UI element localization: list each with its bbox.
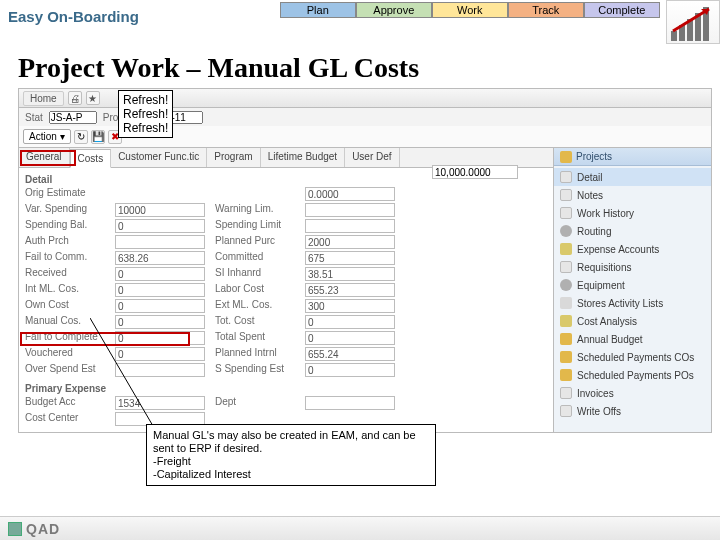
refresh-line: Refresh! bbox=[123, 121, 168, 135]
routing-icon bbox=[560, 225, 572, 237]
equipment-icon bbox=[560, 279, 572, 291]
budget-acc-field[interactable]: 1534 bbox=[115, 396, 205, 410]
side-item-writeoffs[interactable]: Write Offs bbox=[554, 402, 711, 420]
planned-purc-field[interactable]: 2000 bbox=[305, 235, 395, 249]
received-label: Received bbox=[25, 267, 105, 281]
vouchered-field[interactable]: 0 bbox=[115, 347, 205, 361]
side-item-cost-analysis[interactable]: Cost Analysis bbox=[554, 312, 711, 330]
side-item-detail[interactable]: Detail bbox=[554, 168, 711, 186]
tab-costs[interactable]: Costs bbox=[70, 149, 112, 168]
warning-lim-label: Warning Lim. bbox=[215, 203, 295, 217]
si-inhand-label: SI Inhanrd bbox=[215, 267, 295, 281]
warning-lim-field[interactable] bbox=[305, 203, 395, 217]
invoices-icon bbox=[560, 387, 572, 399]
total-spent-field[interactable]: 0 bbox=[305, 331, 395, 345]
fail-complete-field[interactable]: 0 bbox=[115, 331, 205, 345]
committed-field[interactable]: 675 bbox=[305, 251, 395, 265]
spending-bal-field[interactable]: 0 bbox=[115, 219, 205, 233]
writeoffs-icon bbox=[560, 405, 572, 417]
tab-userdef[interactable]: User Def bbox=[345, 148, 399, 167]
side-item-routing[interactable]: Routing bbox=[554, 222, 711, 240]
labor-cost-label: Labor Cost bbox=[215, 283, 295, 297]
primary-expense-heading: Primary Expense bbox=[25, 383, 105, 394]
si-inhand-field[interactable]: 38.51 bbox=[305, 267, 395, 281]
side-item-label: Stores Activity Lists bbox=[577, 298, 663, 309]
tab-lifetime[interactable]: Lifetime Budget bbox=[261, 148, 346, 167]
orig-estimate-right[interactable]: 0.0000 bbox=[305, 187, 395, 201]
dept-field[interactable] bbox=[305, 396, 395, 410]
side-item-sched-po[interactable]: Scheduled Payments POs bbox=[554, 366, 711, 384]
phase-bar: Plan Approve Work Track Complete bbox=[280, 2, 660, 18]
ext-ml-cost-field[interactable]: 300 bbox=[305, 299, 395, 313]
side-item-label: Equipment bbox=[577, 280, 625, 291]
home-button[interactable]: Home bbox=[23, 91, 64, 106]
side-item-invoices[interactable]: Invoices bbox=[554, 384, 711, 402]
manual-cost-label: Manual Cos. bbox=[25, 315, 105, 329]
side-item-label: Requisitions bbox=[577, 262, 631, 273]
qad-logo-text: QAD bbox=[26, 521, 60, 537]
side-item-label: Work History bbox=[577, 208, 634, 219]
side-item-sched-co[interactable]: Scheduled Payments COs bbox=[554, 348, 711, 366]
side-item-work-history[interactable]: Work History bbox=[554, 204, 711, 222]
own-cost-field[interactable]: 0 bbox=[115, 299, 205, 313]
footer: QAD bbox=[0, 516, 720, 540]
right-pane: Projects Detail Notes Work History Routi… bbox=[553, 148, 711, 432]
orig-estimate-label: Orig Estimate bbox=[25, 187, 105, 201]
orig-estimate-far-field[interactable]: 10,000.0000 bbox=[432, 165, 518, 179]
stat-input[interactable] bbox=[49, 111, 97, 124]
over-spend-field[interactable] bbox=[115, 363, 205, 377]
int-ml-cost-field[interactable]: 0 bbox=[115, 283, 205, 297]
var-spending-field[interactable]: 10000 bbox=[115, 203, 205, 217]
manual-cost-field[interactable]: 0 bbox=[115, 315, 205, 329]
detail-heading: Detail bbox=[25, 174, 105, 185]
detail-icon bbox=[560, 171, 572, 183]
total-spent-label: Total Spent bbox=[215, 331, 295, 345]
sspending-est-field[interactable]: 0 bbox=[305, 363, 395, 377]
refresh-icon[interactable]: ↻ bbox=[74, 130, 88, 144]
side-list: Detail Notes Work History Routing Expens… bbox=[554, 166, 711, 422]
fail-complete-label: Fail to Complete bbox=[25, 331, 105, 345]
note-line: sent to ERP if desired. bbox=[153, 442, 429, 455]
side-item-requisitions[interactable]: Requisitions bbox=[554, 258, 711, 276]
phase-work: Work bbox=[432, 2, 508, 18]
tab-program[interactable]: Program bbox=[207, 148, 260, 167]
side-item-expense[interactable]: Expense Accounts bbox=[554, 240, 711, 258]
note-callout: Manual GL's may also be created in EAM, … bbox=[146, 424, 436, 486]
auth-prch-label: Auth Prch bbox=[25, 235, 105, 249]
save-icon[interactable]: 💾 bbox=[91, 130, 105, 144]
over-spend-label: Over Spend Est bbox=[25, 363, 105, 377]
tot-cost-field[interactable]: 0 bbox=[305, 315, 395, 329]
side-item-stores[interactable]: Stores Activity Lists bbox=[554, 294, 711, 312]
tab-general[interactable]: General bbox=[19, 148, 70, 167]
phase-approve: Approve bbox=[356, 2, 432, 18]
print-icon[interactable]: 🖨 bbox=[68, 91, 82, 105]
star-icon[interactable]: ★ bbox=[86, 91, 100, 105]
side-item-label: Cost Analysis bbox=[577, 316, 637, 327]
planned-intrnl-label: Planned Intrnl bbox=[215, 347, 295, 361]
action-dropdown[interactable]: Action ▾ bbox=[23, 129, 71, 144]
note-line: -Freight bbox=[153, 455, 429, 468]
folder-icon bbox=[560, 151, 572, 163]
side-item-label: Invoices bbox=[577, 388, 614, 399]
spending-limit-field[interactable] bbox=[305, 219, 395, 233]
tab-customer[interactable]: Customer Func.tic bbox=[111, 148, 207, 167]
labor-cost-field[interactable]: 655.23 bbox=[305, 283, 395, 297]
own-cost-label: Own Cost bbox=[25, 299, 105, 313]
side-item-equipment[interactable]: Equipment bbox=[554, 276, 711, 294]
dept-label: Dept bbox=[215, 396, 295, 410]
fail-comm-label: Fail to Comm. bbox=[25, 251, 105, 265]
side-item-annual-budget[interactable]: Annual Budget bbox=[554, 330, 711, 348]
requisitions-icon bbox=[560, 261, 572, 273]
side-item-notes[interactable]: Notes bbox=[554, 186, 711, 204]
var-spending-label: Var. Spending bbox=[25, 203, 105, 217]
phase-track: Track bbox=[508, 2, 584, 18]
received-field[interactable]: 0 bbox=[115, 267, 205, 281]
annual-budget-icon bbox=[560, 333, 572, 345]
main-split: General Costs Customer Func.tic Program … bbox=[18, 148, 712, 433]
qad-logo-icon bbox=[8, 522, 22, 536]
planned-intrnl-field[interactable]: 655.24 bbox=[305, 347, 395, 361]
side-panel-title[interactable]: Projects bbox=[554, 148, 711, 166]
costs-form: Detail Orig Estimate 0.0000 Var. Spendin… bbox=[19, 168, 553, 432]
auth-prch-field[interactable] bbox=[115, 235, 205, 249]
fail-comm-field[interactable]: 638.26 bbox=[115, 251, 205, 265]
